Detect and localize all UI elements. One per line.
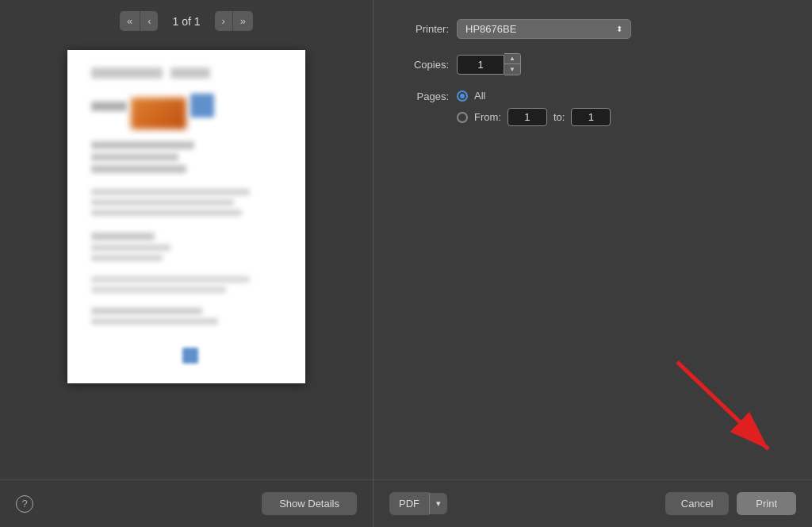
cancel-button[interactable]: Cancel xyxy=(665,492,729,515)
pages-section: Pages: All From: to: xyxy=(397,90,788,126)
prev-page-button[interactable]: ‹ xyxy=(140,11,158,31)
pages-label: Pages: xyxy=(397,90,449,102)
last-page-button[interactable]: » xyxy=(233,11,253,31)
bottom-bar-right: PDF ▾ Cancel Print xyxy=(373,479,812,527)
bottom-bar-left: ? Show Details xyxy=(0,479,373,527)
page-indicator: 1 of 1 xyxy=(164,15,208,28)
pages-options: All From: to: xyxy=(457,90,611,126)
copies-stepper: ▲ ▼ xyxy=(457,53,521,75)
copies-decrement-button[interactable]: ▼ xyxy=(504,64,520,75)
stepper-arrows: ▲ ▼ xyxy=(504,53,521,75)
copies-row: Copies: ▲ ▼ xyxy=(397,53,788,75)
preview-area xyxy=(36,42,337,479)
pdf-dropdown-button[interactable]: ▾ xyxy=(429,493,447,514)
print-button[interactable]: Print xyxy=(737,492,796,515)
all-pages-label: All xyxy=(474,90,485,102)
nav-bar: « ‹ 1 of 1 › » xyxy=(0,0,373,42)
first-page-button[interactable]: « xyxy=(120,11,140,31)
from-pages-radio[interactable] xyxy=(457,112,468,123)
printer-select[interactable]: HP8676BE ⬍ xyxy=(457,19,631,39)
all-pages-radio[interactable] xyxy=(457,90,468,102)
prev-btn-group: « ‹ xyxy=(120,11,159,31)
pdf-btn-group: PDF ▾ xyxy=(389,492,447,515)
right-content: Printer: HP8676BE ⬍ Copies: ▲ ▼ xyxy=(373,0,812,479)
all-pages-row: All xyxy=(457,90,611,102)
next-page-button[interactable]: › xyxy=(215,11,233,31)
help-button[interactable]: ? xyxy=(16,495,33,513)
print-dialog: « ‹ 1 of 1 › » xyxy=(0,0,812,527)
pdf-button[interactable]: PDF xyxy=(389,492,429,515)
from-pages-row: From: to: xyxy=(457,108,611,126)
printer-label: Printer: xyxy=(397,23,449,35)
printer-chevron-icon: ⬍ xyxy=(616,25,622,33)
next-btn-group: › » xyxy=(215,11,254,31)
to-page-input[interactable] xyxy=(571,108,611,126)
left-panel: « ‹ 1 of 1 › » xyxy=(0,0,373,527)
from-page-input[interactable] xyxy=(508,108,547,126)
printer-row: Printer: HP8676BE ⬍ xyxy=(397,19,788,39)
copies-input[interactable] xyxy=(457,55,504,75)
printer-value: HP8676BE xyxy=(465,23,516,35)
copies-label: Copies: xyxy=(397,59,449,71)
from-label: From: xyxy=(474,111,501,123)
page-preview xyxy=(67,50,305,383)
to-label: to: xyxy=(553,111,565,123)
copies-increment-button[interactable]: ▲ xyxy=(504,54,520,64)
show-details-button[interactable]: Show Details xyxy=(262,492,357,515)
right-panel-wrapper: Printer: HP8676BE ⬍ Copies: ▲ ▼ xyxy=(373,0,812,527)
right-panel: Printer: HP8676BE ⬍ Copies: ▲ ▼ xyxy=(373,0,812,527)
